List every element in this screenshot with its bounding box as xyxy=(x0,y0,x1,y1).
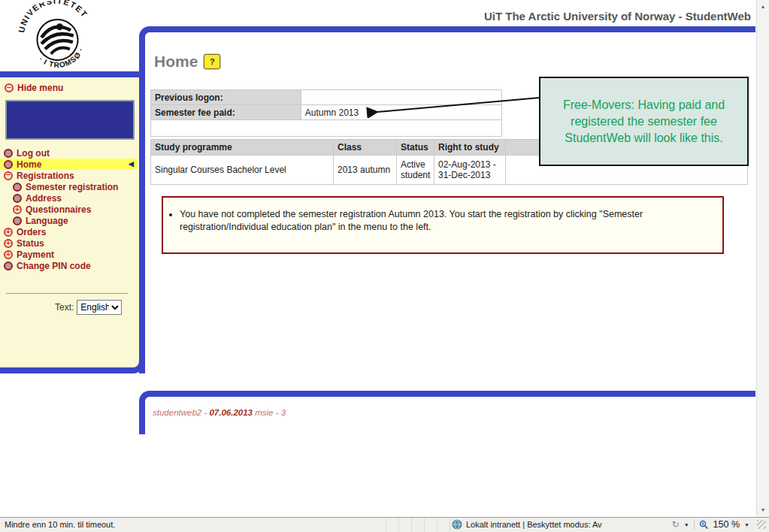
sidebar-item-label: Questionnaires xyxy=(26,204,91,215)
minus-icon xyxy=(4,171,13,180)
zoom-level-value[interactable]: 150 % xyxy=(713,519,740,530)
sidebar-item-language[interactable]: Language xyxy=(0,215,138,226)
help-icon[interactable]: ? xyxy=(204,54,220,69)
info-label: Semester fee paid: xyxy=(151,105,301,120)
chevron-down-icon[interactable]: ▼ xyxy=(744,522,749,527)
sidebar-item-label: Language xyxy=(26,216,68,226)
sidebar-item-label: Change PIN code xyxy=(17,261,91,271)
sidebar-item-log-out[interactable]: Log out xyxy=(0,147,138,159)
page-title: Home xyxy=(154,53,198,71)
sidebar-item-label: Orders xyxy=(17,227,46,237)
sidebar-item-label: Log out xyxy=(17,148,50,159)
sidebar-divider xyxy=(6,293,128,294)
sidebar-item-label: Address xyxy=(26,193,62,204)
column-header: Right to study xyxy=(434,140,506,156)
frame-bar xyxy=(0,71,143,77)
sidebar-item-registrations[interactable]: Registrations xyxy=(0,170,138,181)
sidebar-item-status[interactable]: Status xyxy=(0,237,138,249)
footer-app: studentweb2 - xyxy=(153,408,209,417)
timeout-status-text: Mindre enn 10 min. til timeout. xyxy=(5,520,115,529)
plus-icon xyxy=(4,250,13,259)
sidebar-item-payment[interactable]: Payment xyxy=(0,249,138,260)
registration-notice-box: You have not completed the semester regi… xyxy=(162,196,724,254)
hide-menu-button[interactable]: Hide menu xyxy=(5,83,63,93)
app-title: UiT The Arctic University of Norway - St… xyxy=(484,10,751,23)
sidebar-item-change-pin-code[interactable]: Change PIN code xyxy=(0,260,138,271)
chevron-down-icon[interactable]: ▼ xyxy=(684,522,689,527)
footer-date: 07.06.2013 xyxy=(209,408,253,417)
bullet-icon xyxy=(13,183,22,192)
sidebar-item-label: Status xyxy=(17,238,44,249)
sidebar-item-home[interactable]: Home ◀ xyxy=(0,159,138,170)
sidebar-item-label: Registrations xyxy=(17,171,74,181)
annotation-arrow xyxy=(361,91,541,118)
resize-grip[interactable] xyxy=(757,520,766,529)
hide-menu-label: Hide menu xyxy=(17,83,63,93)
separator xyxy=(694,519,695,530)
column-header: Study programme xyxy=(151,140,334,156)
language-select[interactable]: English xyxy=(77,300,122,315)
footer-agent: msie - 3 xyxy=(253,408,286,417)
free-movers-callout: Free-Movers: Having paid and registered … xyxy=(539,77,749,166)
collapse-icon xyxy=(5,83,14,92)
sidebar-item-label: Semester registration xyxy=(26,182,118,192)
zoom-magnifier-icon[interactable] xyxy=(699,520,709,530)
vertical-scrollbar[interactable]: ▲ ▼ xyxy=(756,0,769,517)
study-programme-cell: Singular Courses Bachelor Level xyxy=(151,156,334,185)
plus-icon xyxy=(4,239,13,248)
bullet-icon xyxy=(4,160,13,169)
sidebar-item-semester-registration[interactable]: Semester registration xyxy=(0,181,138,192)
sidebar-banner xyxy=(5,100,135,140)
progress-segments xyxy=(374,518,450,532)
sidebar-menu: Log out Home ◀ Registrations Semester re… xyxy=(0,147,138,271)
info-label: Previous logon: xyxy=(151,90,301,105)
column-header: Class xyxy=(334,140,397,156)
bullet-icon xyxy=(4,261,13,271)
globe-icon xyxy=(452,519,462,530)
sidebar-item-label: Home xyxy=(17,159,41,170)
security-zone-text: Lokalt intranett | Beskyttet modus: Av xyxy=(466,520,602,529)
column-header: Status xyxy=(397,140,434,156)
browser-status-bar: Mindre enn 10 min. til timeout. Lokalt i… xyxy=(0,517,769,532)
bullet-icon xyxy=(13,216,22,225)
plus-icon xyxy=(4,228,13,237)
active-item-marker-icon: ◀ xyxy=(129,161,134,168)
scroll-down-icon[interactable]: ▼ xyxy=(757,507,769,512)
scroll-up-icon[interactable]: ▲ xyxy=(757,4,769,9)
sidebar-item-orders[interactable]: Orders xyxy=(0,226,138,237)
right-to-study-cell: 02-Aug-2013 - 31-Dec-2013 xyxy=(434,156,506,185)
sidebar-item-label: Payment xyxy=(17,249,54,260)
compatibility-view-icon[interactable]: ↻ xyxy=(672,520,680,529)
empty-row xyxy=(151,120,502,137)
bullet-icon xyxy=(13,194,22,203)
class-cell: 2013 autumn xyxy=(334,156,397,185)
notice-text: You have not completed the semester regi… xyxy=(180,208,706,234)
bullet-icon xyxy=(4,149,13,158)
plus-icon xyxy=(13,205,22,214)
sidebar-item-questionnaires[interactable]: Questionnaires xyxy=(0,204,138,215)
footer-version-text: studentweb2 - 07.06.2013 msie - 3 xyxy=(153,408,286,417)
status-cell: Active student xyxy=(397,156,434,185)
sidebar-item-address[interactable]: Address xyxy=(0,192,138,204)
table-row xyxy=(151,120,502,137)
language-label: Text: xyxy=(55,302,74,313)
